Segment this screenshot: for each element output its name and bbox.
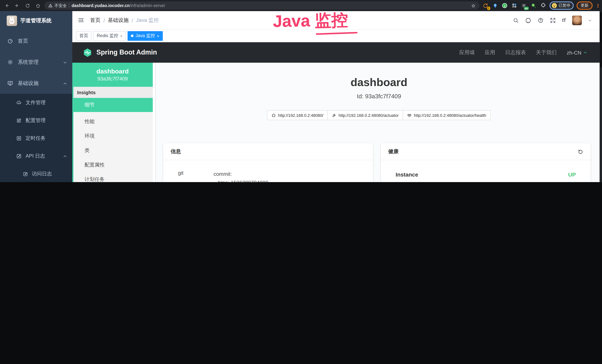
monitor-chart-icon (7, 80, 13, 86)
close-icon[interactable]: × (157, 33, 159, 38)
wrench-icon (332, 113, 336, 117)
sidebar-item-label: 首页 (18, 38, 28, 44)
sba-nav-applications[interactable]: 应用 (485, 49, 495, 56)
app-title: 芋道管理系统 (20, 17, 52, 24)
tab-label: Redis 监控 (97, 33, 118, 39)
extensions-puzzle-icon[interactable] (540, 2, 546, 9)
tab-java[interactable]: Java 监控× (128, 31, 163, 41)
security-label: 不安全 (54, 3, 67, 8)
sba-nav-wallboard[interactable]: 应用墙 (459, 49, 475, 56)
browser-menu-icon[interactable]: ⋮ (595, 4, 599, 7)
sba-item-details[interactable]: 细节 (74, 98, 153, 112)
sba-item-metrics[interactable]: 性能 (74, 114, 153, 129)
sba-nav-about[interactable]: 关于我们 (536, 49, 557, 56)
sidebar-item-apilog[interactable]: API 日志 (0, 147, 72, 165)
close-icon[interactable]: × (120, 33, 123, 38)
sidebar-item-job[interactable]: 定时任务 (0, 129, 72, 147)
github-icon[interactable] (525, 17, 531, 24)
log-edit-icon (23, 171, 28, 176)
sidebar-item-label: 访问日志 (32, 171, 52, 177)
tab-home[interactable]: 首页 (76, 31, 92, 41)
log-edit-icon (16, 153, 22, 159)
svg-text:y: y (504, 4, 505, 7)
health-url-button[interactable]: http://192.168.0.2:48080/actuator/health (403, 110, 491, 120)
sidebar-item-label: API 日志 (26, 153, 45, 160)
screen: 不安全 dashboard.yudao.iocoder.cn/infra/adm… (0, 0, 602, 182)
home-icon[interactable] (34, 2, 42, 9)
caret-down-icon[interactable] (588, 17, 592, 23)
browser-profile-chip[interactable]: 已暂停 (549, 1, 574, 10)
sidebar-item-file[interactable]: 文件管理 (0, 94, 72, 112)
history-icon[interactable] (578, 148, 583, 155)
sidebar-item-home[interactable]: 首页 (0, 30, 72, 52)
sidebar-item-infra[interactable]: 基础设施 (0, 73, 72, 94)
sba-item-env[interactable]: 环境 (74, 129, 153, 143)
security-indicator[interactable]: 不安全 (48, 3, 67, 8)
instance-url-group: http://192.168.0.2:48080/ http://192.168… (156, 110, 602, 120)
sba-locale-label: zh-CN (567, 50, 581, 55)
back-icon[interactable] (3, 2, 10, 9)
service-url-label: http://192.168.0.2:48080/ (278, 113, 323, 117)
fullscreen-icon[interactable] (550, 17, 556, 23)
extension-refresh-icon[interactable]: 1 (482, 2, 489, 9)
sba-item-scheduledtasks[interactable]: 计划任务 (74, 172, 153, 182)
bookmark-star-icon[interactable] (471, 2, 475, 9)
sba-main: dashboard Id: 93a3fc7f7409 http://192.16… (156, 63, 602, 182)
reload-icon[interactable] (24, 2, 31, 9)
chevron-down-icon (63, 59, 67, 65)
card-health-title: 健康 (388, 148, 399, 155)
app-logo-row[interactable]: 芋道管理系统 (0, 11, 72, 30)
help-icon[interactable] (538, 17, 543, 23)
sidebar-item-accesslog[interactable]: 访问日志 (0, 165, 72, 182)
browser-update-button[interactable]: 更新 (577, 1, 592, 10)
tags-view-bar: 首页 Redis 监控× Java 监控× (72, 30, 602, 42)
cloud-upload-icon (16, 100, 22, 105)
scheduled-task-icon (16, 136, 22, 141)
sba-sidebar: dashboard 93a3fc7f7409 Insights 细节 性能 环境… (72, 63, 156, 182)
sba-nav-journal[interactable]: 日志报表 (505, 49, 526, 56)
hamburger-icon[interactable] (77, 16, 85, 24)
update-label: 更新 (581, 3, 589, 8)
extension-leaf-icon[interactable] (530, 2, 537, 9)
window-scrollbar[interactable] (600, 11, 602, 182)
sba-nav: 应用墙 应用 日志报表 关于我们 zh-CN (459, 49, 587, 56)
status-badge: UP (568, 171, 576, 178)
sba-locale-select[interactable]: zh-CN (567, 50, 587, 55)
sba-brand[interactable]: Spring Boot Admin (83, 48, 157, 57)
card-info: 信息 git commit: time: 1596289704000 id: 2… (163, 143, 373, 182)
search-icon[interactable] (513, 17, 519, 23)
scrollbar-thumb[interactable] (600, 12, 602, 67)
actuator-url-button[interactable]: http://192.168.0.2:48080/actuator (327, 110, 403, 120)
avatar[interactable] (572, 15, 582, 25)
forward-icon[interactable] (13, 2, 21, 9)
extension-on-badge: on (524, 7, 528, 10)
extension-grid-icon[interactable] (511, 2, 517, 9)
breadcrumb-home[interactable]: 首页 (90, 17, 100, 23)
emoji-face-icon (551, 3, 557, 9)
extension-y-icon[interactable]: y (502, 2, 508, 9)
instance-id: 93a3fc7f7409 (97, 76, 128, 82)
extensions-row: 1 y on (482, 2, 546, 9)
sba-item-classes[interactable]: 类 (74, 143, 153, 158)
sba-section-insights[interactable]: Insights (74, 87, 153, 98)
app-sidebar: 芋道管理系统 首页 系统管理 基础设施 文件管理 (0, 11, 72, 182)
info-row-git: git commit: time: 1596289704000 id: 27aa… (178, 170, 364, 182)
warning-icon (48, 3, 53, 8)
instance-title: dashboard (156, 76, 602, 89)
extension-list-icon[interactable]: on (521, 2, 527, 9)
sidebar-item-config[interactable]: 配置管理 (0, 112, 72, 129)
sidebar-item-system[interactable]: 系统管理 (0, 52, 72, 73)
sidebar-item-label: 系统管理 (18, 59, 39, 65)
tab-label: Java 监控 (136, 33, 155, 39)
sba-item-configprops[interactable]: 配置属性 (74, 158, 153, 172)
address-bar[interactable]: 不安全 dashboard.yudao.iocoder.cn/infra/adm… (44, 1, 479, 10)
tab-redis[interactable]: Redis 监控× (93, 31, 126, 41)
extension-pin-icon[interactable] (492, 2, 498, 9)
url-path: /infra/admin-server (129, 3, 165, 8)
font-size-icon[interactable]: tT (562, 17, 566, 23)
dashboard-icon (7, 38, 13, 44)
service-url-button[interactable]: http://192.168.0.2:48080/ (267, 110, 328, 120)
health-key: Instance (396, 171, 418, 178)
card-info-title: 信息 (171, 148, 181, 155)
home-icon (271, 113, 276, 117)
